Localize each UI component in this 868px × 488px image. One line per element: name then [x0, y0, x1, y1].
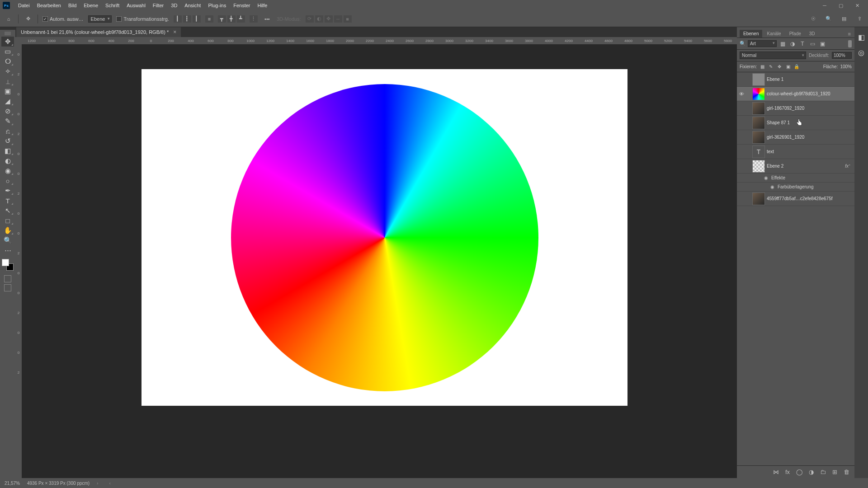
- blend-mode-dropdown[interactable]: Normal: [740, 52, 806, 59]
- marquee-tool[interactable]: ▭: [1, 47, 14, 56]
- layer-row[interactable]: 4559ff77db5af…c2efe8428e675f: [737, 192, 854, 206]
- filter-shape-icon[interactable]: ▭: [808, 40, 816, 48]
- fx-visibility-icon[interactable]: ◉: [763, 175, 769, 180]
- hand-tool[interactable]: ✋: [1, 225, 14, 235]
- tab-layers[interactable]: Ebenen: [740, 30, 762, 38]
- lock-position-icon[interactable]: ✥: [776, 64, 783, 70]
- close-tab-icon[interactable]: ×: [173, 29, 176, 35]
- lock-artboard-icon[interactable]: ▣: [785, 64, 791, 70]
- layer-thumbnail[interactable]: T: [753, 146, 764, 158]
- rectangle-tool[interactable]: □: [1, 216, 14, 225]
- layer-name-label[interactable]: colour-wheel-gb9f78d013_1920: [767, 91, 851, 96]
- filter-adjustment-icon[interactable]: ◑: [788, 40, 797, 48]
- menu-bearbeiten[interactable]: Bearbeiten: [33, 0, 65, 11]
- layer-row[interactable]: Ebene 1: [737, 72, 854, 87]
- status-arrow-icon[interactable]: ›: [97, 481, 98, 486]
- delete-layer-icon[interactable]: 🗑: [843, 469, 850, 476]
- vertical-ruler[interactable]: 02002002002002002: [15, 44, 22, 478]
- tab-3d[interactable]: 3D: [806, 30, 819, 38]
- zoom-value[interactable]: 21,57%: [5, 481, 20, 486]
- auto-select-checkbox[interactable]: Autom. ausw…: [42, 16, 84, 22]
- collapsed-panel-color-icon[interactable]: ◧: [857, 33, 866, 42]
- type-tool[interactable]: T: [1, 196, 14, 206]
- layer-row[interactable]: girl-3626901_1920: [737, 130, 854, 145]
- menu-datei[interactable]: Datei: [14, 0, 33, 11]
- search-icon[interactable]: 🔍: [824, 14, 834, 24]
- layer-fx-badge[interactable]: fx: [845, 164, 849, 169]
- layer-visibility-icon[interactable]: [737, 130, 746, 145]
- align-hcenter-button[interactable]: ┇: [183, 15, 191, 23]
- layer-visibility-icon[interactable]: [737, 192, 746, 206]
- layer-thumbnail[interactable]: [753, 160, 764, 172]
- home-icon[interactable]: ⌂: [4, 14, 14, 24]
- align-top-button[interactable]: ┳: [218, 15, 226, 23]
- layer-row[interactable]: girl-1867092_1920: [737, 101, 854, 116]
- align-vcenter-button[interactable]: ╋: [227, 15, 236, 23]
- align-right-button[interactable]: ┃: [193, 15, 201, 23]
- layer-name-label[interactable]: girl-3626901_1920: [767, 135, 851, 140]
- layer-thumbnail[interactable]: [753, 117, 764, 129]
- layer-filter-dropdown[interactable]: Art: [748, 40, 777, 47]
- layer-visibility-icon[interactable]: 👁: [737, 87, 746, 101]
- layer-fx-icon[interactable]: fx: [784, 469, 791, 476]
- blur-tool[interactable]: ◉: [1, 166, 14, 176]
- quick-mask-button[interactable]: [4, 275, 11, 282]
- eyedropper-tool[interactable]: ◢: [1, 96, 14, 106]
- document-info[interactable]: 4936 Px × 3319 Px (300 ppcm): [27, 481, 90, 486]
- link-layers-icon[interactable]: ⋈: [772, 469, 779, 476]
- crop-tool[interactable]: ⟂: [1, 76, 14, 86]
- screen-mode-button[interactable]: [4, 284, 11, 291]
- menu-ansicht[interactable]: Ansicht: [181, 0, 204, 11]
- layer-visibility-icon[interactable]: [737, 72, 746, 87]
- layer-visibility-icon[interactable]: [737, 116, 746, 130]
- layer-visibility-icon[interactable]: [737, 159, 746, 174]
- align-left-button[interactable]: ┃: [174, 15, 182, 23]
- brush-tool[interactable]: ✎: [1, 116, 14, 126]
- lock-transparency-icon[interactable]: ▦: [759, 64, 765, 70]
- layer-dropdown[interactable]: Ebene: [88, 15, 112, 23]
- window-close[interactable]: ✕: [849, 0, 865, 11]
- lock-all-icon[interactable]: 🔒: [793, 64, 800, 70]
- menu-ebene[interactable]: Ebene: [80, 0, 102, 11]
- transform-controls-checkbox[interactable]: Transformationsstrg.: [116, 16, 169, 22]
- cloud-status-icon[interactable]: ☉: [808, 14, 818, 24]
- color-swatches[interactable]: [2, 259, 14, 271]
- canvas-viewport[interactable]: [22, 44, 764, 478]
- lock-paint-icon[interactable]: ✎: [768, 64, 774, 70]
- pen-tool[interactable]: ✒: [1, 186, 14, 196]
- menu-schrift[interactable]: Schrift: [102, 0, 123, 11]
- layer-row[interactable]: Ebene 2fx ˄: [737, 159, 854, 174]
- tab-channels[interactable]: Kanäle: [763, 30, 784, 38]
- layer-visibility-icon[interactable]: [737, 145, 746, 159]
- filter-type-icon[interactable]: T: [798, 40, 807, 48]
- eraser-tool[interactable]: ◧: [1, 146, 14, 156]
- layer-row[interactable]: Shape 87 1: [737, 116, 854, 130]
- opacity-input[interactable]: 100%: [832, 52, 852, 59]
- chevron-down-icon[interactable]: ˄: [849, 164, 851, 169]
- filter-pixel-icon[interactable]: ▦: [778, 40, 787, 48]
- layer-visibility-icon[interactable]: [737, 101, 746, 116]
- window-maximize[interactable]: ▢: [833, 0, 849, 11]
- move-tool-icon[interactable]: ✥: [23, 14, 33, 24]
- more-options-button[interactable]: •••: [262, 14, 272, 24]
- new-group-icon[interactable]: 🗀: [819, 469, 826, 476]
- frame-tool[interactable]: ▣: [1, 86, 14, 96]
- horizontal-ruler[interactable]: 1200100080060040020002004006008001000120…: [22, 37, 764, 44]
- history-brush-tool[interactable]: ↺: [1, 136, 14, 146]
- lasso-tool[interactable]: ⵔ: [1, 56, 14, 66]
- filter-toggle[interactable]: [848, 40, 852, 47]
- layer-name-label[interactable]: Shape 87 1: [767, 120, 851, 125]
- align-bottom-button[interactable]: ┻: [237, 15, 245, 23]
- zoom-tool[interactable]: 🔍: [1, 235, 14, 245]
- layer-row[interactable]: 👁colour-wheel-gb9f78d013_1920: [737, 87, 854, 101]
- fx-visibility-icon[interactable]: ◉: [769, 184, 775, 189]
- gradient-tool[interactable]: ◐: [1, 156, 14, 166]
- menu-filter[interactable]: Filter: [149, 0, 167, 11]
- layer-thumbnail[interactable]: [753, 131, 764, 143]
- fill-input[interactable]: 100%: [840, 64, 852, 69]
- layer-thumbnail[interactable]: [753, 193, 764, 205]
- window-minimize[interactable]: ─: [816, 0, 833, 11]
- menu-hilfe[interactable]: Hilfe: [254, 0, 271, 11]
- edit-toolbar-button[interactable]: ⋯: [1, 245, 14, 255]
- distribute-h-button[interactable]: ≡: [205, 15, 213, 23]
